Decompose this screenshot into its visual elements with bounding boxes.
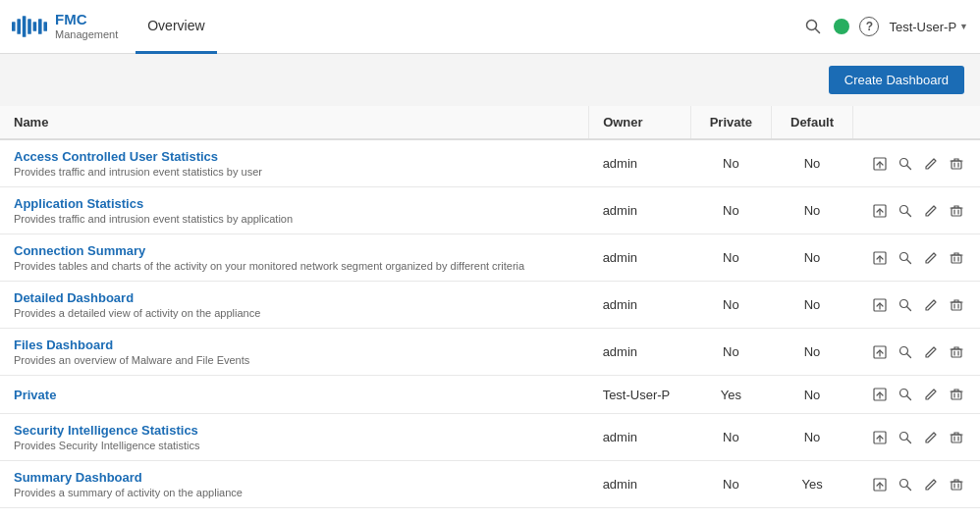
svg-line-28 — [907, 259, 911, 263]
edit-icon[interactable] — [921, 154, 941, 174]
delete-icon[interactable] — [947, 201, 966, 221]
svg-line-68 — [907, 486, 911, 490]
item-description: Provides a detailed view of activity on … — [14, 307, 575, 319]
search-item-icon[interactable] — [896, 475, 915, 494]
create-dashboard-button[interactable]: Create Dashboard — [829, 66, 964, 94]
action-icons — [866, 295, 966, 315]
edit-icon[interactable] — [921, 342, 941, 362]
item-name[interactable]: Security Intelligence Statistics — [14, 423, 575, 438]
table-header: Name Owner Private Default — [0, 106, 980, 139]
svg-line-8 — [816, 29, 820, 33]
item-owner: Test-User-P — [589, 376, 690, 414]
svg-rect-53 — [952, 391, 961, 399]
svg-rect-5 — [38, 19, 42, 34]
item-private: No — [690, 234, 772, 282]
table-row: Detailed Dashboard Provides a detailed v… — [0, 282, 980, 329]
toolbar: Create Dashboard — [0, 54, 980, 106]
export-icon[interactable] — [870, 295, 890, 315]
search-item-icon[interactable] — [896, 385, 915, 404]
table-row: Access Controlled User Statistics Provid… — [0, 139, 980, 187]
svg-rect-29 — [952, 255, 961, 263]
item-default: No — [772, 414, 853, 461]
search-item-icon[interactable] — [896, 201, 915, 221]
svg-rect-0 — [12, 22, 16, 31]
table-row: Summary Dashboard Provides a summary of … — [0, 461, 980, 508]
item-private: No — [690, 329, 772, 376]
item-name[interactable]: Files Dashboard — [14, 338, 575, 352]
delete-icon[interactable] — [947, 154, 966, 174]
status-indicator-icon — [834, 19, 849, 34]
export-icon[interactable] — [870, 475, 890, 494]
search-item-icon[interactable] — [896, 428, 915, 447]
edit-icon[interactable] — [921, 295, 941, 315]
delete-icon[interactable] — [947, 475, 966, 494]
svg-rect-37 — [952, 302, 961, 310]
table-row: Private Test-User-PYesNo — [0, 376, 980, 414]
action-icons — [866, 248, 966, 268]
item-private: Yes — [690, 376, 772, 414]
edit-icon[interactable] — [921, 475, 941, 494]
export-icon[interactable] — [870, 201, 890, 221]
item-default: No — [772, 329, 853, 376]
item-description: Provides a summary of activity on the ap… — [14, 487, 575, 498]
search-item-icon[interactable] — [896, 154, 915, 174]
action-icons — [866, 154, 966, 174]
svg-rect-21 — [952, 208, 961, 216]
item-name[interactable]: Detailed Dashboard — [14, 290, 575, 305]
item-private: No — [690, 282, 772, 329]
edit-icon[interactable] — [921, 428, 941, 447]
svg-line-12 — [907, 165, 911, 169]
col-header-name: Name — [0, 106, 589, 139]
item-description: Provides traffic and intrusion event sta… — [14, 166, 575, 178]
svg-line-52 — [907, 396, 911, 400]
edit-icon[interactable] — [921, 201, 941, 221]
svg-rect-13 — [952, 161, 961, 169]
item-name[interactable]: Application Statistics — [14, 196, 575, 211]
svg-rect-45 — [952, 349, 961, 357]
app-title: FMC Management — [55, 11, 118, 41]
item-owner: admin — [589, 187, 690, 234]
item-name[interactable]: Connection Summary — [14, 243, 575, 258]
item-owner: admin — [589, 234, 690, 282]
export-icon[interactable] — [870, 342, 890, 362]
search-item-icon[interactable] — [896, 295, 915, 315]
tab-overview[interactable]: Overview — [136, 0, 216, 54]
export-icon[interactable] — [870, 385, 890, 404]
col-header-private: Private — [690, 106, 772, 139]
item-owner: admin — [589, 329, 690, 376]
help-icon[interactable]: ? — [859, 17, 879, 36]
table-row: Files Dashboard Provides an overview of … — [0, 329, 980, 376]
item-private: No — [690, 139, 772, 187]
item-owner: admin — [589, 282, 690, 329]
delete-icon[interactable] — [947, 342, 966, 362]
search-icon[interactable] — [802, 16, 824, 37]
delete-icon[interactable] — [947, 248, 966, 268]
svg-line-20 — [907, 212, 911, 216]
item-name[interactable]: Private — [14, 388, 575, 402]
delete-icon[interactable] — [947, 385, 966, 404]
svg-line-44 — [907, 353, 911, 357]
export-icon[interactable] — [870, 428, 890, 447]
search-item-icon[interactable] — [896, 248, 915, 268]
table-row: Connection Summary Provides tables and c… — [0, 234, 980, 282]
action-icons — [866, 475, 966, 494]
user-menu[interactable]: Test-User-P — [889, 20, 968, 34]
svg-line-36 — [907, 306, 911, 310]
svg-rect-4 — [33, 22, 37, 31]
item-description: Provides an overview of Malware and File… — [14, 354, 575, 366]
item-name[interactable]: Summary Dashboard — [14, 470, 575, 485]
search-item-icon[interactable] — [896, 342, 915, 362]
export-icon[interactable] — [870, 248, 890, 268]
delete-icon[interactable] — [947, 428, 966, 447]
item-private: No — [690, 414, 772, 461]
item-default: Yes — [772, 461, 853, 508]
edit-icon[interactable] — [921, 385, 941, 404]
delete-icon[interactable] — [947, 295, 966, 315]
item-private: No — [690, 187, 772, 234]
edit-icon[interactable] — [921, 248, 941, 268]
app-title-sub: Management — [55, 28, 118, 41]
table-row: Security Intelligence Statistics Provide… — [0, 414, 980, 461]
export-icon[interactable] — [870, 154, 890, 174]
item-name[interactable]: Access Controlled User Statistics — [14, 149, 575, 164]
item-default: No — [772, 139, 853, 187]
